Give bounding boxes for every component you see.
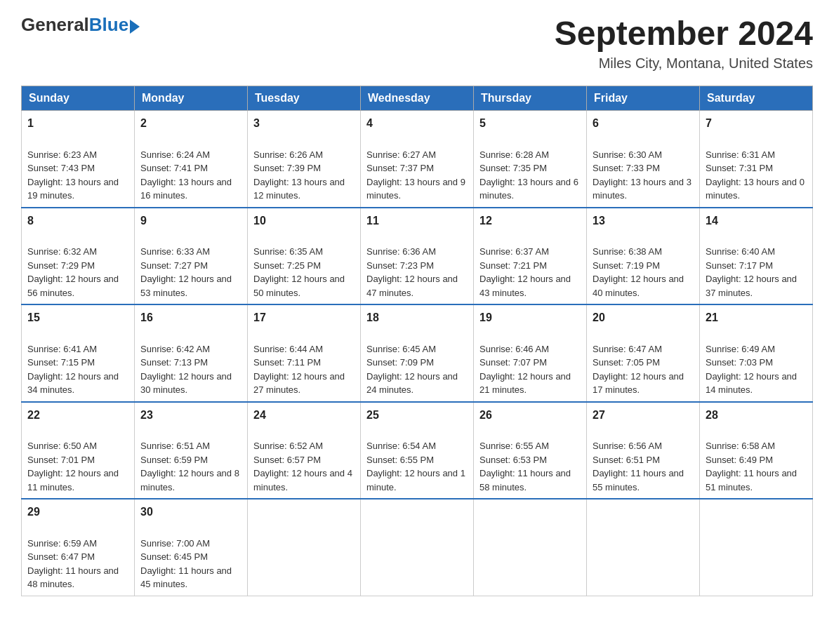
- table-row: 19Sunrise: 6:46 AMSunset: 7:07 PMDayligh…: [474, 304, 587, 402]
- day-number: 16: [140, 309, 241, 326]
- sunrise-text: Sunrise: 6:51 AM: [140, 441, 210, 451]
- sunset-text: Sunset: 7:43 PM: [27, 163, 95, 173]
- sunrise-text: Sunrise: 6:49 AM: [706, 344, 775, 354]
- calendar-week-row: 22Sunrise: 6:50 AMSunset: 7:01 PMDayligh…: [22, 402, 813, 499]
- sunset-text: Sunset: 7:25 PM: [253, 260, 321, 271]
- day-number: 27: [593, 407, 694, 424]
- table-row: [474, 499, 587, 596]
- month-title: September 2024: [555, 14, 813, 53]
- table-row: 13Sunrise: 6:38 AMSunset: 7:19 PMDayligh…: [587, 208, 700, 305]
- sunset-text: Sunset: 7:35 PM: [479, 163, 547, 173]
- calendar-table: Sunday Monday Tuesday Wednesday Thursday…: [21, 86, 813, 596]
- page-header: General Blue September 2024 Miles City, …: [21, 14, 813, 72]
- day-number: 17: [253, 309, 355, 326]
- table-row: [361, 499, 474, 596]
- sunrise-text: Sunrise: 7:00 AM: [140, 538, 210, 549]
- day-number: 8: [27, 213, 128, 229]
- table-row: [248, 499, 361, 596]
- logo-blue-text: Blue: [89, 14, 128, 36]
- day-number: 2: [140, 115, 241, 132]
- sunrise-text: Sunrise: 6:36 AM: [366, 246, 436, 257]
- daylight-text: Daylight: 12 hours and 30 minutes.: [140, 371, 232, 396]
- daylight-text: Daylight: 12 hours and 1 minute.: [366, 468, 465, 492]
- sunrise-text: Sunrise: 6:50 AM: [27, 441, 97, 451]
- calendar-week-row: 29Sunrise: 6:59 AMSunset: 6:47 PMDayligh…: [22, 499, 813, 596]
- table-row: 11Sunrise: 6:36 AMSunset: 7:23 PMDayligh…: [361, 208, 474, 305]
- day-number: 29: [27, 504, 128, 521]
- sunset-text: Sunset: 7:29 PM: [27, 260, 95, 271]
- sunrise-text: Sunrise: 6:30 AM: [593, 149, 662, 160]
- table-row: 10Sunrise: 6:35 AMSunset: 7:25 PMDayligh…: [248, 208, 361, 305]
- sunset-text: Sunset: 7:07 PM: [479, 357, 547, 368]
- table-row: 20Sunrise: 6:47 AMSunset: 7:05 PMDayligh…: [587, 304, 700, 402]
- day-number: 10: [253, 213, 355, 229]
- day-number: 25: [366, 407, 468, 424]
- sunset-text: Sunset: 6:53 PM: [479, 455, 547, 465]
- daylight-text: Daylight: 13 hours and 9 minutes.: [366, 177, 465, 201]
- sunset-text: Sunset: 7:27 PM: [140, 260, 208, 271]
- daylight-text: Daylight: 12 hours and 56 minutes.: [27, 274, 119, 298]
- calendar-week-row: 15Sunrise: 6:41 AMSunset: 7:15 PMDayligh…: [22, 304, 813, 402]
- header-friday: Friday: [587, 86, 700, 111]
- sunset-text: Sunset: 7:11 PM: [253, 357, 321, 368]
- day-number: 15: [27, 309, 128, 326]
- day-number: 22: [27, 407, 128, 424]
- day-number: 13: [593, 213, 694, 229]
- header-sunday: Sunday: [22, 86, 135, 111]
- daylight-text: Daylight: 12 hours and 27 minutes.: [253, 371, 345, 396]
- table-row: 4Sunrise: 6:27 AMSunset: 7:37 PMDaylight…: [361, 111, 474, 208]
- sunrise-text: Sunrise: 6:38 AM: [593, 246, 662, 257]
- sunrise-text: Sunrise: 6:24 AM: [140, 149, 210, 160]
- table-row: [700, 499, 813, 596]
- table-row: 30Sunrise: 7:00 AMSunset: 6:45 PMDayligh…: [135, 499, 248, 596]
- day-number: 9: [140, 213, 241, 229]
- sunset-text: Sunset: 7:03 PM: [706, 357, 773, 368]
- daylight-text: Daylight: 12 hours and 47 minutes.: [366, 274, 458, 298]
- table-row: [587, 499, 700, 596]
- sunrise-text: Sunrise: 6:55 AM: [479, 441, 549, 451]
- table-row: 15Sunrise: 6:41 AMSunset: 7:15 PMDayligh…: [22, 304, 135, 402]
- sunrise-text: Sunrise: 6:31 AM: [706, 149, 775, 160]
- table-row: 2Sunrise: 6:24 AMSunset: 7:41 PMDaylight…: [135, 111, 248, 208]
- daylight-text: Daylight: 11 hours and 58 minutes.: [479, 468, 571, 492]
- header-wednesday: Wednesday: [361, 86, 474, 111]
- table-row: 16Sunrise: 6:42 AMSunset: 7:13 PMDayligh…: [135, 304, 248, 402]
- logo-general-text: General: [21, 14, 89, 36]
- day-number: 19: [479, 309, 581, 326]
- sunset-text: Sunset: 7:19 PM: [593, 260, 660, 271]
- table-row: 29Sunrise: 6:59 AMSunset: 6:47 PMDayligh…: [22, 499, 135, 596]
- daylight-text: Daylight: 12 hours and 40 minutes.: [593, 274, 684, 298]
- daylight-text: Daylight: 13 hours and 3 minutes.: [593, 177, 691, 201]
- sunset-text: Sunset: 7:33 PM: [593, 163, 660, 173]
- day-number: 12: [479, 213, 581, 229]
- daylight-text: Daylight: 12 hours and 4 minutes.: [253, 468, 352, 492]
- daylight-text: Daylight: 12 hours and 21 minutes.: [479, 371, 571, 396]
- table-row: 9Sunrise: 6:33 AMSunset: 7:27 PMDaylight…: [135, 208, 248, 305]
- sunrise-text: Sunrise: 6:42 AM: [140, 344, 210, 354]
- header-monday: Monday: [135, 86, 248, 111]
- sunrise-text: Sunrise: 6:44 AM: [253, 344, 323, 354]
- calendar-week-row: 8Sunrise: 6:32 AMSunset: 7:29 PMDaylight…: [22, 208, 813, 305]
- table-row: 14Sunrise: 6:40 AMSunset: 7:17 PMDayligh…: [700, 208, 813, 305]
- table-row: 28Sunrise: 6:58 AMSunset: 6:49 PMDayligh…: [700, 402, 813, 499]
- day-number: 14: [706, 213, 807, 229]
- calendar-header-row: Sunday Monday Tuesday Wednesday Thursday…: [22, 86, 813, 111]
- day-number: 1: [27, 115, 128, 132]
- day-number: 26: [479, 407, 581, 424]
- sunrise-text: Sunrise: 6:40 AM: [706, 246, 775, 257]
- table-row: 3Sunrise: 6:26 AMSunset: 7:39 PMDaylight…: [248, 111, 361, 208]
- sunset-text: Sunset: 7:37 PM: [366, 163, 434, 173]
- day-number: 5: [479, 115, 581, 132]
- table-row: 22Sunrise: 6:50 AMSunset: 7:01 PMDayligh…: [22, 402, 135, 499]
- day-number: 4: [366, 115, 468, 132]
- sunset-text: Sunset: 7:05 PM: [593, 357, 660, 368]
- sunrise-text: Sunrise: 6:41 AM: [27, 344, 97, 354]
- daylight-text: Daylight: 13 hours and 19 minutes.: [27, 177, 119, 201]
- sunset-text: Sunset: 7:09 PM: [366, 357, 434, 368]
- sunrise-text: Sunrise: 6:28 AM: [479, 149, 549, 160]
- day-number: 7: [706, 115, 807, 132]
- logo-blue-part: Blue: [89, 14, 140, 36]
- sunrise-text: Sunrise: 6:45 AM: [366, 344, 436, 354]
- table-row: 8Sunrise: 6:32 AMSunset: 7:29 PMDaylight…: [22, 208, 135, 305]
- table-row: 26Sunrise: 6:55 AMSunset: 6:53 PMDayligh…: [474, 402, 587, 499]
